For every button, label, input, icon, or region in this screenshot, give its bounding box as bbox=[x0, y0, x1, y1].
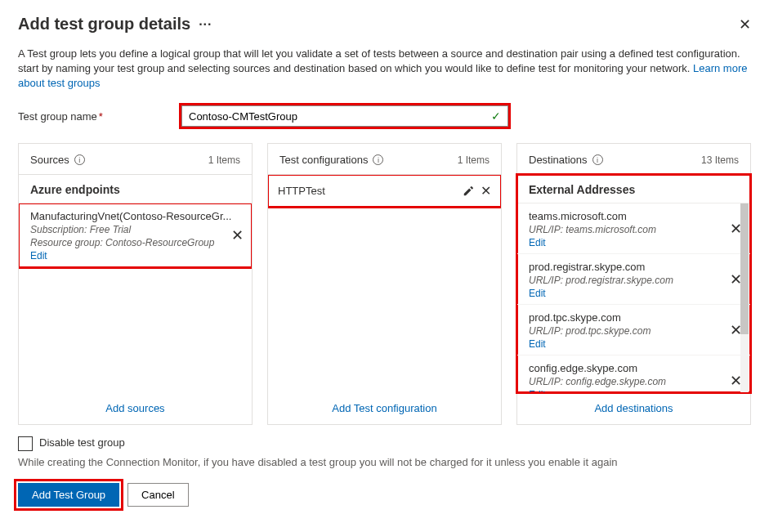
destination-name: teams.microsoft.com bbox=[529, 210, 739, 222]
destination-url: URL/IP: prod.tpc.skype.com bbox=[529, 325, 739, 337]
destination-url: URL/IP: prod.registrar.skype.com bbox=[529, 275, 739, 286]
source-item: ManufacturingVnet(Contoso-ResourceGr... … bbox=[19, 203, 252, 267]
sources-section-header: Azure endpoints bbox=[19, 175, 252, 203]
source-item-name: ManufacturingVnet(Contoso-ResourceGr... bbox=[30, 210, 240, 222]
add-test-group-button[interactable]: Add Test Group bbox=[18, 483, 119, 507]
destination-name: prod.registrar.skype.com bbox=[529, 261, 739, 273]
destinations-panel: Destinations i 13 Items External Address… bbox=[516, 143, 751, 425]
source-item-subscription: Subscription: Free Trial bbox=[30, 224, 240, 235]
close-icon[interactable]: ✕ bbox=[739, 16, 751, 34]
page-title: Add test group details bbox=[18, 15, 190, 34]
add-config-link[interactable]: Add Test configuration bbox=[332, 402, 436, 414]
disable-label: Disable test group bbox=[39, 436, 125, 449]
edit-icon[interactable] bbox=[463, 186, 474, 197]
destination-edit-link[interactable]: Edit bbox=[529, 338, 739, 350]
check-icon: ✓ bbox=[491, 110, 501, 123]
destinations-section-header: External Addresses bbox=[517, 175, 750, 203]
configs-count: 1 Items bbox=[458, 154, 490, 166]
info-icon[interactable]: i bbox=[74, 154, 85, 165]
remove-config-icon[interactable]: ✕ bbox=[481, 183, 491, 199]
destination-url: URL/IP: config.edge.skype.com bbox=[529, 376, 739, 387]
destination-name: prod.tpc.skype.com bbox=[529, 311, 739, 324]
destination-name: config.edge.skype.com bbox=[529, 362, 739, 374]
config-item[interactable]: HTTPTest ✕ bbox=[268, 175, 501, 207]
remove-source-icon[interactable]: ✕ bbox=[231, 226, 244, 244]
add-destinations-link[interactable]: Add destinations bbox=[594, 402, 673, 414]
add-sources-link[interactable]: Add sources bbox=[105, 402, 164, 414]
destination-item: teams.microsoft.com URL/IP: teams.micros… bbox=[517, 203, 750, 254]
config-name: HTTPTest bbox=[278, 185, 325, 197]
destination-item: prod.tpc.skype.com URL/IP: prod.tpc.skyp… bbox=[517, 305, 750, 355]
info-icon[interactable]: i bbox=[592, 154, 603, 165]
disable-test-group-checkbox[interactable] bbox=[18, 436, 33, 451]
configs-panel: Test configurations i 1 Items HTTPTest ✕… bbox=[267, 143, 502, 425]
source-item-rg: Resource group: Contoso-ResourceGroup bbox=[30, 237, 240, 248]
destinations-title: Destinations bbox=[529, 154, 588, 166]
more-icon[interactable]: ··· bbox=[199, 17, 212, 32]
test-group-name-label: Test group name* bbox=[18, 110, 181, 123]
sources-panel: Sources i 1 Items Azure endpoints Manufa… bbox=[18, 143, 253, 425]
destination-item: prod.registrar.skype.com URL/IP: prod.re… bbox=[517, 254, 750, 305]
configs-title: Test configurations bbox=[279, 154, 368, 166]
scrollbar-thumb[interactable] bbox=[740, 203, 749, 334]
description: A Test group lets you define a logical g… bbox=[18, 47, 751, 91]
sources-title: Sources bbox=[30, 154, 69, 166]
destination-item: config.edge.skype.com URL/IP: config.edg… bbox=[517, 355, 750, 392]
destination-edit-link[interactable]: Edit bbox=[529, 288, 739, 299]
info-icon[interactable]: i bbox=[373, 154, 383, 165]
source-edit-link[interactable]: Edit bbox=[30, 250, 240, 262]
cancel-button[interactable]: Cancel bbox=[127, 483, 188, 507]
destination-url: URL/IP: teams.microsoft.com bbox=[529, 224, 739, 235]
disable-hint: While creating the Connection Monitor, i… bbox=[18, 456, 751, 468]
destination-edit-link[interactable]: Edit bbox=[529, 389, 739, 392]
destination-edit-link[interactable]: Edit bbox=[529, 237, 739, 248]
test-group-name-input-wrap: ✓ bbox=[181, 105, 508, 127]
destinations-count: 13 Items bbox=[701, 154, 739, 166]
sources-count: 1 Items bbox=[208, 154, 240, 166]
test-group-name-input[interactable] bbox=[189, 110, 491, 123]
